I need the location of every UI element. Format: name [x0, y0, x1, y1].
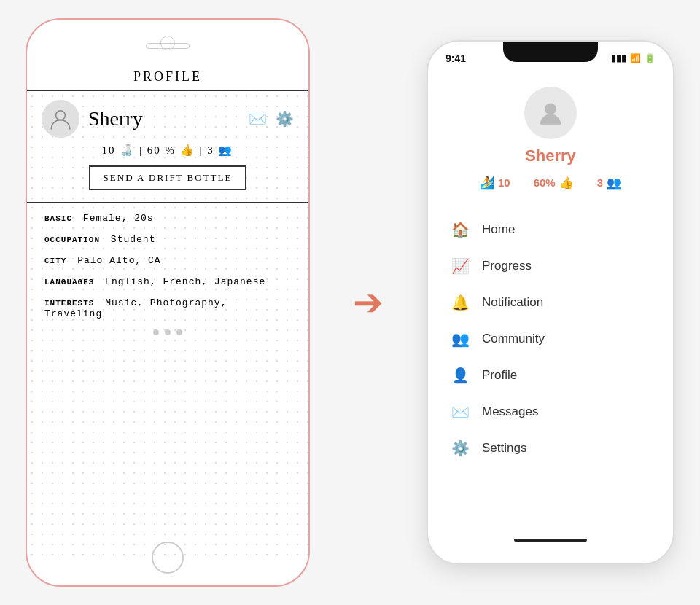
menu-label-progress: Progress — [482, 259, 532, 273]
value-basic: Female, 20s — [83, 213, 154, 224]
right-arrow-icon: ➔ — [353, 284, 384, 321]
wireframe-user-row: Sherry ✉️ ⚙️ — [42, 100, 294, 138]
wireframe-top-section: Sherry ✉️ ⚙️ 10 🍶 | 60 % 👍 | 3 👥 Send a … — [27, 91, 308, 203]
label-city: City — [44, 257, 66, 265]
send-drift-bottle-button[interactable]: Send a Drift Bottle — [89, 165, 247, 190]
svg-point-0 — [56, 111, 66, 120]
menu-label-community: Community — [482, 332, 545, 346]
profile-section: Sherry 🏄 10 60% 👍 3 👥 — [428, 75, 673, 204]
progress-icon: 📈 — [451, 257, 469, 275]
info-interests: Interests Music, Photography, Traveling — [44, 297, 291, 319]
friends-icon: 👥 — [607, 176, 621, 190]
wireframe-avatar — [42, 100, 79, 138]
community-icon: 👥 — [451, 330, 469, 348]
svg-point-1 — [545, 104, 556, 115]
info-occupation: Occupation Student — [44, 234, 291, 245]
menu-item-settings[interactable]: ⚙️ Settings — [428, 430, 673, 467]
thumbsup-icon: 👍 — [559, 176, 574, 190]
wireframe-username: Sherry — [88, 107, 249, 130]
label-languages: Languages — [44, 278, 94, 286]
info-city: City Palo Alto, CA — [44, 255, 291, 266]
menu-label-messages: Messages — [482, 405, 538, 419]
stat-likes-value: 60% — [534, 176, 556, 189]
menu-item-community[interactable]: 👥 Community — [428, 321, 673, 357]
wireframe-speaker — [146, 43, 190, 49]
menu-item-home[interactable]: 🏠 Home — [428, 211, 673, 248]
bottles-icon: 🏄 — [480, 176, 494, 190]
value-occupation: Student — [111, 234, 156, 245]
wireframe-home-button[interactable] — [152, 542, 184, 574]
settings-icon[interactable]: ⚙️ — [276, 110, 294, 128]
modern-avatar — [524, 87, 577, 139]
menu-list: 🏠 Home 📈 Progress 🔔 Notification 👥 Commu… — [428, 204, 673, 539]
dot-1 — [153, 329, 159, 335]
wireframe-stats: 10 🍶 | 60 % 👍 | 3 👥 — [42, 144, 294, 157]
page-dots — [44, 329, 291, 335]
value-city: Palo Alto, CA — [77, 255, 160, 266]
value-languages: English, French, Japanese — [105, 276, 265, 287]
modern-username: Sherry — [525, 147, 576, 165]
label-interests: Interests — [44, 299, 94, 308]
menu-label-home: Home — [482, 222, 515, 237]
home-indicator — [514, 539, 587, 542]
settings-menu-icon: ⚙️ — [451, 440, 469, 457]
dot-3 — [176, 329, 182, 335]
menu-item-profile[interactable]: 👤 Profile — [428, 357, 673, 394]
mail-icon[interactable]: ✉️ — [249, 110, 267, 128]
info-basic: Basic Female, 20s — [44, 213, 291, 224]
status-time: 9:41 — [446, 52, 466, 64]
main-container: Profile Sherry ✉️ ⚙️ 10 🍶 | 60 % — [0, 0, 700, 605]
arrow-container: ➔ — [339, 284, 397, 321]
wireframe-phone: Profile Sherry ✉️ ⚙️ 10 🍶 | 60 % — [26, 18, 310, 587]
stat-likes: 60% 👍 — [534, 176, 574, 190]
status-icons: ▮▮▮ 📶 🔋 — [611, 53, 656, 63]
stat-friends-value: 3 — [597, 176, 603, 189]
profile-icon: 👤 — [451, 367, 469, 384]
wireframe-content: Profile Sherry ✉️ ⚙️ 10 🍶 | 60 % — [27, 63, 308, 563]
menu-label-settings: Settings — [482, 441, 526, 456]
label-basic: Basic — [44, 214, 72, 223]
wireframe-bottom-section: Basic Female, 20s Occupation Student Cit… — [27, 203, 308, 563]
stat-friends: 3 👥 — [597, 176, 621, 190]
menu-item-progress[interactable]: 📈 Progress — [428, 248, 673, 284]
stat-bottles-value: 10 — [498, 176, 510, 189]
signal-icon: ▮▮▮ — [611, 53, 626, 63]
modern-content: Sherry 🏄 10 60% 👍 3 👥 — [428, 68, 673, 563]
menu-item-notification[interactable]: 🔔 Notification — [428, 284, 673, 321]
home-icon: 🏠 — [451, 221, 469, 238]
label-occupation: Occupation — [44, 235, 100, 244]
stat-bottles: 🏄 10 — [480, 176, 510, 190]
wifi-icon: 📶 — [630, 53, 641, 63]
menu-item-messages[interactable]: ✉️ Messages — [428, 394, 673, 430]
wireframe-action-icons: ✉️ ⚙️ — [249, 110, 294, 128]
wireframe-title: Profile — [27, 63, 308, 91]
battery-icon: 🔋 — [645, 53, 656, 63]
messages-icon: ✉️ — [451, 403, 469, 421]
menu-label-profile: Profile — [482, 368, 517, 383]
modern-phone: 9:41 ▮▮▮ 📶 🔋 Sherry 🏄 10 — [427, 40, 674, 565]
info-languages: Languages English, French, Japanese — [44, 276, 291, 287]
dot-2 — [165, 329, 171, 335]
phone-notch — [503, 42, 598, 62]
stats-row: 🏄 10 60% 👍 3 👥 — [480, 176, 621, 190]
menu-label-notification: Notification — [482, 295, 543, 310]
notification-icon: 🔔 — [451, 294, 469, 311]
